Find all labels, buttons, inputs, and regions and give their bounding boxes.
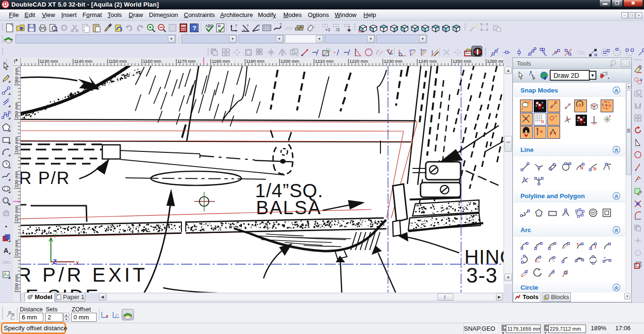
svg-text:BALSA: BALSA: [256, 197, 322, 218]
svg-text:Z: Z: [53, 258, 57, 266]
svg-text:3: 3: [520, 257, 523, 261]
svg-text:TRU: TRU: [576, 50, 586, 56]
svg-text:X: X: [502, 330, 505, 334]
svg-text:1170 mm: 1170 mm: [177, 58, 196, 64]
svg-text:R P/R EXIT: R P/R EXIT: [21, 264, 148, 286]
svg-text:?: ?: [258, 24, 260, 28]
svg-text:?: ?: [280, 23, 282, 27]
svg-text:1150 mm: 1150 mm: [108, 58, 127, 64]
svg-text:1180 mm: 1180 mm: [212, 58, 230, 64]
svg-text:1140 mm: 1140 mm: [74, 58, 92, 64]
svg-text:A: A: [3, 247, 8, 254]
svg-text:×2: ×2: [325, 27, 330, 32]
svg-text:x: x: [76, 259, 79, 266]
svg-text:R P/R: R P/R: [21, 168, 70, 188]
svg-text:1160 mm: 1160 mm: [143, 58, 161, 64]
svg-text:/2: /2: [336, 27, 340, 32]
svg-text:?: ?: [235, 24, 237, 28]
svg-text:1250 mm: 1250 mm: [453, 58, 471, 64]
svg-text:E SIDE: E SIDE: [25, 285, 100, 292]
svg-text:1230 mm: 1230 mm: [384, 58, 403, 64]
svg-text:Y: Y: [528, 101, 530, 104]
svg-text:1190 mm: 1190 mm: [246, 58, 264, 64]
svg-text:?: ?: [246, 24, 248, 28]
svg-text:200: 200: [284, 25, 292, 31]
svg-text:x: x: [521, 107, 523, 110]
svg-text:1130 mm: 1130 mm: [40, 58, 58, 64]
svg-text:?: ?: [192, 25, 196, 32]
svg-text:1200 mm: 1200 mm: [281, 58, 299, 64]
svg-text:Y: Y: [53, 233, 57, 239]
svg-text:1240 mm: 1240 mm: [418, 58, 437, 64]
svg-text:1260 mm: 1260 mm: [487, 58, 504, 64]
svg-text:1210 mm: 1210 mm: [315, 58, 334, 64]
svg-text:Y: Y: [544, 330, 547, 334]
svg-text:3-3: 3-3: [466, 264, 498, 287]
svg-text:1220 mm: 1220 mm: [349, 58, 368, 64]
svg-text:ABC: ABC: [2, 260, 11, 265]
